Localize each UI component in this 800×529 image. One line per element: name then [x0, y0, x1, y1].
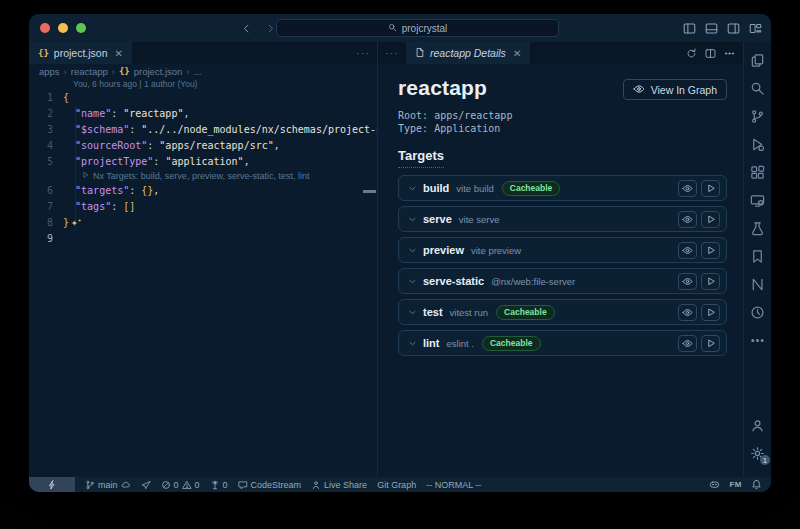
nx-console-icon[interactable] — [744, 270, 771, 298]
line-number: 2 — [29, 106, 63, 122]
thunder-client-status-item[interactable] — [141, 480, 151, 490]
code-line[interactable]: 1{ — [29, 90, 377, 106]
extensions-icon[interactable] — [744, 158, 771, 186]
explorer-copy-icon[interactable] — [744, 46, 771, 74]
copilot-icon[interactable] — [709, 479, 720, 490]
settings-gear-icon[interactable]: 1 — [744, 439, 771, 467]
line-content: { — [63, 90, 69, 106]
git-graph-status-item[interactable]: Git Graph — [377, 480, 416, 490]
code-line[interactable]: 7 "tags": [] — [29, 199, 377, 215]
close-tab-icon[interactable]: ✕ — [115, 48, 123, 59]
breadcrumb-item[interactable]: project.json — [134, 66, 183, 77]
command-center-search[interactable]: projcrystal — [276, 19, 559, 37]
chevron-down-icon[interactable] — [408, 215, 417, 224]
customize-layout-icon[interactable] — [749, 22, 762, 35]
chevron-down-icon[interactable] — [408, 339, 417, 348]
code-editor[interactable]: 1{2 "name": "reactapp",3 "$schema": "../… — [29, 90, 377, 247]
chevron-down-icon[interactable] — [408, 184, 417, 193]
target-row-test[interactable]: testvitest runCacheable — [398, 299, 727, 325]
branch-status-item[interactable]: main — [85, 480, 131, 490]
vim-mode-indicator[interactable]: -- NORMAL -- — [426, 480, 481, 490]
code-line[interactable]: 8}✦ — [29, 215, 377, 231]
toggle-panel-icon[interactable] — [705, 22, 718, 35]
tab-project-json[interactable]: {} project.json ✕ — [29, 42, 132, 64]
code-line[interactable]: 9 — [29, 231, 377, 247]
scrollbar-decoration[interactable] — [363, 190, 376, 193]
project-title: reactapp — [398, 76, 487, 100]
more-actions-icon[interactable] — [724, 48, 735, 59]
fm-status-item[interactable]: FM — [729, 480, 742, 489]
run-target-button[interactable] — [701, 180, 720, 197]
forward-icon[interactable] — [265, 23, 276, 34]
tab-overflow-more-icon[interactable]: ··· — [349, 42, 377, 64]
target-row-serve[interactable]: servevite serve — [398, 206, 727, 232]
chevron-down-icon[interactable] — [408, 277, 417, 286]
run-target-button[interactable] — [701, 273, 720, 290]
code-line[interactable]: 6 "targets": {}, — [29, 183, 377, 199]
run-target-button[interactable] — [701, 335, 720, 352]
view-target-button[interactable] — [678, 242, 697, 259]
source-control-icon — [85, 480, 95, 490]
breadcrumb-item[interactable]: reactapp — [71, 66, 108, 77]
breadcrumb-item[interactable]: apps — [39, 66, 60, 77]
breadcrumb-item[interactable]: ... — [194, 66, 202, 77]
file-icon — [415, 47, 425, 60]
tab-overflow-more-icon[interactable]: ··· — [378, 42, 406, 64]
split-editor-icon[interactable] — [705, 48, 716, 59]
line-number: 6 — [29, 183, 63, 199]
account-icon[interactable] — [744, 411, 771, 439]
codelens-blame[interactable]: You, 6 hours ago | 1 author (You) — [29, 78, 377, 90]
target-row-lint[interactable]: linteslint .Cacheable — [398, 330, 727, 356]
view-target-button[interactable] — [678, 211, 697, 228]
code-line[interactable]: 2 "name": "reactapp", — [29, 106, 377, 122]
timeline-icon[interactable] — [744, 298, 771, 326]
run-target-button[interactable] — [701, 242, 720, 259]
minimize-window-button[interactable] — [58, 23, 68, 33]
code-line[interactable]: 5 "projectType": "application", — [29, 154, 377, 170]
target-command: vite serve — [459, 214, 500, 225]
code-line[interactable]: 4 "sourceRoot": "apps/reactapp/src", — [29, 138, 377, 154]
view-target-button[interactable] — [678, 180, 697, 197]
chevron-down-icon[interactable] — [408, 246, 417, 255]
play-outline-icon — [81, 170, 89, 183]
close-tab-icon[interactable]: ✕ — [513, 48, 521, 59]
maximize-window-button[interactable] — [76, 23, 86, 33]
target-row-serve-static[interactable]: serve-static@nx/web:file-server — [398, 268, 727, 294]
line-content: "$schema": "../../node_modules/nx/schema… — [63, 122, 377, 138]
notifications-bell-icon[interactable] — [751, 479, 762, 490]
run-debug-icon[interactable] — [744, 130, 771, 158]
remote-indicator[interactable] — [29, 477, 75, 492]
close-window-button[interactable] — [40, 23, 50, 33]
chevron-down-icon[interactable] — [408, 308, 417, 317]
toggle-primary-sidebar-icon[interactable] — [683, 22, 696, 35]
live-share-status-item[interactable]: Live Share — [311, 480, 367, 490]
more-icon[interactable] — [744, 326, 771, 354]
nx-targets-hint[interactable]: Nx Targets: build, serve, preview, serve… — [29, 170, 377, 183]
target-row-build[interactable]: buildvite buildCacheable — [398, 175, 727, 201]
target-row-preview[interactable]: previewvite preview — [398, 237, 727, 263]
source-control-icon[interactable] — [744, 102, 771, 130]
run-target-button[interactable] — [701, 211, 720, 228]
problems-status-item[interactable]: 0 0 — [161, 480, 200, 490]
codestream-status-item[interactable]: CodeStream — [238, 480, 302, 490]
target-command: vite build — [456, 183, 494, 194]
toggle-secondary-sidebar-icon[interactable] — [727, 22, 740, 35]
bookmarks-icon[interactable] — [744, 242, 771, 270]
ports-status-item[interactable]: 0 — [210, 480, 228, 490]
run-target-button[interactable] — [701, 304, 720, 321]
view-in-graph-button[interactable]: View In Graph — [623, 79, 727, 100]
search-query: projcrystal — [402, 23, 448, 34]
view-target-button[interactable] — [678, 335, 697, 352]
activity-bar: 1 — [743, 42, 771, 477]
view-target-button[interactable] — [678, 304, 697, 321]
tab-bar-right: ··· reactapp Details ✕ — [378, 42, 743, 64]
code-line[interactable]: 3 "$schema": "../../node_modules/nx/sche… — [29, 122, 377, 138]
view-target-button[interactable] — [678, 273, 697, 290]
remote-explorer-icon[interactable] — [744, 186, 771, 214]
back-icon[interactable] — [241, 23, 252, 34]
nx-sparkle-icon: ✦ — [71, 216, 81, 229]
search-icon[interactable] — [744, 74, 771, 102]
tab-reactapp-details[interactable]: reactapp Details ✕ — [406, 42, 530, 64]
refresh-icon[interactable] — [686, 48, 697, 59]
testing-icon[interactable] — [744, 214, 771, 242]
